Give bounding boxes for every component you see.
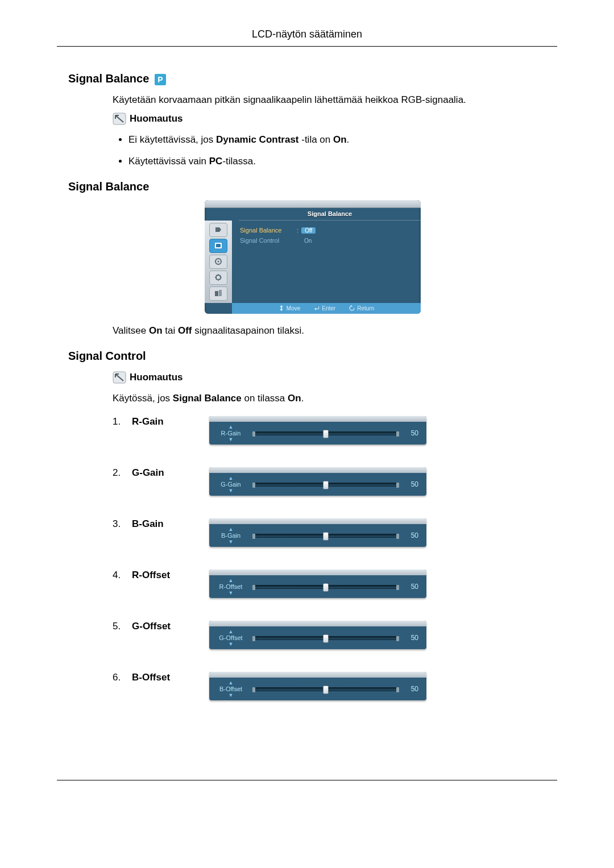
- svg-point-4: [218, 261, 219, 263]
- up-arrow-icon: ▲: [214, 476, 248, 481]
- osd-opt-off[interactable]: Off: [301, 227, 316, 234]
- svg-rect-7: [219, 290, 222, 296]
- osd-hint-bar: Move Enter Return: [232, 303, 421, 314]
- slider-item: 4. R-Offset ▲ R-Offset ▼ 50: [113, 570, 557, 598]
- slider-number: 4.: [113, 570, 132, 581]
- osd-slider-value: 50: [404, 480, 418, 488]
- slider-item: 3. B-Gain ▲ B-Gain ▼ 50: [113, 518, 557, 547]
- osd-slider-name: ▲ G-Offset ▼: [214, 629, 248, 647]
- slider-number: 1.: [113, 416, 132, 427]
- osd-slider-value: 50: [404, 429, 418, 437]
- osd-top-bar: [205, 200, 421, 208]
- osd-slider-thumb[interactable]: [323, 532, 329, 541]
- osd-tab-setup-icon[interactable]: [209, 271, 227, 285]
- down-arrow-icon: ▼: [214, 488, 248, 493]
- slider-label: B-Offset: [132, 672, 209, 683]
- slider-label: R-Gain: [132, 416, 209, 427]
- osd-slider-track[interactable]: [254, 534, 398, 538]
- osd-slider-track[interactable]: [254, 636, 398, 640]
- osd-sidebar: [205, 221, 232, 303]
- osd-slider-name: ▲ G-Gain ▼: [214, 476, 248, 493]
- osd-slider-top: [209, 416, 426, 422]
- osd-tab-multi-icon[interactable]: [209, 286, 227, 301]
- osd-slider-name: ▲ R-Offset ▼: [214, 578, 248, 596]
- intro-text: Käytetään korvaamaan pitkän signaalikaap…: [113, 92, 557, 107]
- up-arrow-icon: ▲: [214, 425, 248, 430]
- osd-slider-panel: ▲ B-Offset ▼ 50: [209, 672, 426, 700]
- osd-slider-name: ▲ R-Gain ▼: [214, 425, 248, 442]
- signal-control-condition: Käytössä, jos Signal Balance on tilassa …: [113, 391, 557, 406]
- signal-control-slider-list: 1. R-Gain ▲ R-Gain ▼ 50: [113, 416, 557, 700]
- osd-slider-name: ▲ B-Offset ▼: [214, 680, 248, 698]
- osd-tab-input-icon[interactable]: [209, 223, 227, 237]
- note-icon: [113, 371, 126, 384]
- slider-item: 5. G-Offset ▲ G-Offset ▼ 50: [113, 621, 557, 649]
- osd-slider-panel: ▲ G-Offset ▼ 50: [209, 621, 426, 649]
- osd-menu: Signal Balance Signal Balance : Off: [205, 200, 421, 314]
- note-label: Huomautus: [130, 111, 183, 126]
- osd-slider-name: ▲ B-Gain ▼: [214, 527, 248, 545]
- osd-slider-track[interactable]: [254, 483, 398, 487]
- slider-item: 1. R-Gain ▲ R-Gain ▼ 50: [113, 416, 557, 445]
- slider-label: B-Gain: [132, 518, 209, 530]
- osd-slider-panel: ▲ B-Gain ▼ 50: [209, 518, 426, 547]
- hint-move: Move: [279, 305, 300, 312]
- osd-slider-thumb[interactable]: [323, 634, 329, 643]
- up-arrow-icon: ▲: [214, 527, 248, 532]
- osd-row-signal-balance[interactable]: Signal Balance : Off: [240, 225, 413, 235]
- osd-slider-track[interactable]: [254, 585, 398, 589]
- osd-title: Signal Balance: [239, 208, 421, 221]
- slider-label: R-Offset: [132, 570, 209, 581]
- slider-number: 2.: [113, 467, 132, 479]
- note-bullets-1: Ei käytettävissä, jos Dynamic Contrast -…: [128, 132, 557, 168]
- after-osd-text: Valitsee On tai Off signaalitasapainon t…: [113, 323, 557, 338]
- page-title: LCD-näytön säätäminen: [57, 28, 557, 47]
- osd-slider-top: [209, 467, 426, 473]
- slider-label: G-Gain: [132, 467, 209, 479]
- hint-return: Return: [349, 305, 374, 312]
- footer-rule: [57, 780, 557, 780]
- osd-slider-thumb[interactable]: [323, 430, 329, 438]
- osd-slider-top: [209, 672, 426, 678]
- osd-opt-on[interactable]: On: [301, 238, 315, 244]
- osd-slider-thumb[interactable]: [323, 583, 329, 592]
- heading-signal-balance-1: Signal Balance P: [68, 72, 557, 85]
- osd-slider-value: 50: [404, 583, 418, 591]
- slider-number: 5.: [113, 621, 132, 632]
- up-arrow-icon: ▲: [214, 680, 248, 686]
- heading-text: Signal Balance: [68, 72, 149, 85]
- osd-slider-track[interactable]: [254, 431, 398, 435]
- slider-item: 6. B-Offset ▲ B-Offset ▼ 50: [113, 672, 557, 700]
- slider-number: 6.: [113, 672, 132, 683]
- osd-slider-value: 50: [404, 685, 418, 693]
- heading-signal-control: Signal Control: [68, 350, 557, 363]
- hint-enter: Enter: [314, 305, 335, 312]
- svg-rect-6: [215, 291, 218, 296]
- down-arrow-icon: ▼: [214, 591, 248, 596]
- note-icon: [113, 113, 126, 125]
- osd-tab-picture-icon[interactable]: [209, 239, 227, 253]
- osd-slider-value: 50: [404, 531, 418, 539]
- down-arrow-icon: ▼: [214, 642, 248, 647]
- up-arrow-icon: ▲: [214, 578, 248, 583]
- down-arrow-icon: ▼: [214, 693, 248, 698]
- slider-item: 2. G-Gain ▲ G-Gain ▼ 50: [113, 467, 557, 496]
- osd-slider-panel: ▲ R-Gain ▼ 50: [209, 416, 426, 445]
- down-arrow-icon: ▼: [214, 437, 248, 442]
- osd-tab-sound-icon[interactable]: [209, 255, 227, 269]
- osd-slider-panel: ▲ G-Gain ▼ 50: [209, 467, 426, 496]
- down-arrow-icon: ▼: [214, 539, 248, 545]
- bullet-2: Käytettävissä vain PC-tilassa.: [128, 153, 557, 169]
- osd-slider-value: 50: [404, 634, 418, 642]
- osd-slider-track[interactable]: [254, 687, 398, 691]
- up-arrow-icon: ▲: [214, 629, 248, 634]
- osd-row-signal-control[interactable]: Signal Control On: [240, 235, 413, 246]
- svg-rect-2: [216, 244, 221, 247]
- heading-signal-balance-2: Signal Balance: [68, 180, 557, 193]
- osd-slider-top: [209, 621, 426, 626]
- bullet-1: Ei käytettävissä, jos Dynamic Contrast -…: [128, 132, 557, 147]
- slider-label: G-Offset: [132, 621, 209, 632]
- osd-slider-thumb[interactable]: [323, 481, 329, 489]
- p-mode-icon: P: [155, 74, 166, 85]
- osd-slider-thumb[interactable]: [323, 686, 329, 694]
